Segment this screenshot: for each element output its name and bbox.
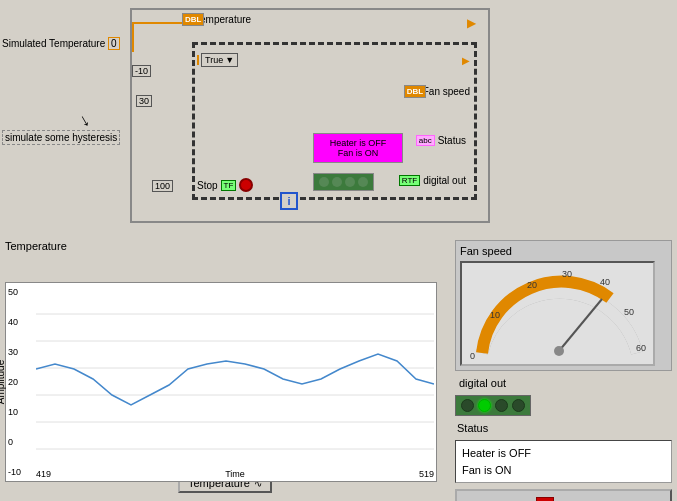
status-line2: Fan is ON xyxy=(462,462,665,479)
chart-panel: Temperature Temperature ∿ Amplitude 50 4… xyxy=(0,235,450,501)
x-axis: 419 Time 519 xyxy=(36,469,434,479)
dbl-fan-block: DBL xyxy=(404,85,426,98)
heater-text: Heater is OFFFan is ON xyxy=(330,138,387,158)
y-20: 20 xyxy=(8,377,34,387)
bd-inner-box: DBL Temperature ▶ True ▼ ▶ 50 DBL Fan sp… xyxy=(130,8,490,223)
y-neg10: -10 xyxy=(8,467,34,477)
loop-box: True ▼ ▶ 50 DBL Fan speed Heater is OFFF… xyxy=(192,42,477,200)
value-neg10: -10 xyxy=(132,65,151,77)
gauge: 0 10 20 30 40 50 60 xyxy=(460,261,655,366)
digital-out-leds xyxy=(455,395,531,416)
gauge-svg: 0 10 20 30 40 50 60 xyxy=(462,263,655,366)
x-min: 419 xyxy=(36,469,51,479)
stop-button[interactable]: Stop xyxy=(455,489,672,501)
info-block: i xyxy=(280,192,298,210)
loop-arrow: ▶ xyxy=(462,55,470,66)
svg-text:40: 40 xyxy=(600,277,610,287)
dropdown-arrow: ▼ xyxy=(225,55,234,65)
stop-label-bd: Stop xyxy=(197,180,218,191)
y-axis: 50 40 30 20 10 0 -10 xyxy=(6,283,36,481)
status-title: Status xyxy=(457,422,672,434)
chart-container: Amplitude 50 40 30 20 10 0 -10 xyxy=(5,282,437,482)
svg-text:30: 30 xyxy=(562,269,572,279)
bd-led-2 xyxy=(345,177,355,187)
digital-out-row: RTF digital out xyxy=(399,175,466,186)
led-3 xyxy=(512,399,525,412)
bottom-area: Temperature Temperature ∿ Amplitude 50 4… xyxy=(0,235,677,501)
led-2 xyxy=(495,399,508,412)
y-40: 40 xyxy=(8,317,34,327)
hysteresis-arrow: ↓ xyxy=(75,109,93,132)
rtf-block: RTF xyxy=(399,175,420,186)
status-section: Status Heater is OFF Fan is ON xyxy=(455,422,672,483)
svg-text:10: 10 xyxy=(490,310,500,320)
status-line1: Heater is OFF xyxy=(462,445,665,462)
right-panel: Fan speed 0 10 20 30 xyxy=(450,235,677,501)
chart-title: Temperature xyxy=(5,240,445,252)
wire-top xyxy=(132,22,182,24)
tf-block: TF xyxy=(221,180,237,191)
true-value: True xyxy=(205,55,223,65)
digital-out-label: digital out xyxy=(423,175,466,186)
fan-speed-label: Fan speed xyxy=(423,86,470,97)
value-100: 100 xyxy=(152,180,173,192)
svg-text:20: 20 xyxy=(527,280,537,290)
value-30: 30 xyxy=(136,95,152,107)
fan-speed-title: Fan speed xyxy=(460,245,667,257)
block-diagram: Simulated Temperature 0 simulate some hy… xyxy=(0,0,677,235)
heater-box: Heater is OFFFan is ON xyxy=(313,133,403,163)
y-10: 10 xyxy=(8,407,34,417)
hysteresis-label: simulate some hysteresis xyxy=(2,130,120,145)
bd-led-1 xyxy=(332,177,342,187)
svg-point-14 xyxy=(554,346,564,356)
bd-led-3 xyxy=(358,177,368,187)
y-0: 0 xyxy=(8,437,34,447)
wire-left-vert xyxy=(132,22,134,52)
status-box: Heater is OFF Fan is ON xyxy=(455,440,672,483)
y-50: 50 xyxy=(8,287,34,297)
stop-circle xyxy=(239,178,253,192)
svg-line-13 xyxy=(559,299,602,351)
chart-y-label: Amplitude xyxy=(0,360,6,404)
x-max: 519 xyxy=(419,469,434,479)
svg-text:50: 50 xyxy=(624,307,634,317)
dbl-temperature: DBL Temperature xyxy=(182,14,251,25)
bd-led-row xyxy=(313,173,374,191)
arrow-right: ▶ xyxy=(467,16,476,30)
abc-block: abc xyxy=(416,135,435,146)
bd-led-0 xyxy=(319,177,329,187)
dbl-block: DBL xyxy=(182,13,204,26)
x-label: Time xyxy=(225,469,245,479)
fan-speed-row: 50 DBL Fan speed xyxy=(404,85,470,97)
true-dropdown[interactable]: True ▼ xyxy=(197,53,238,67)
digital-out-section: digital out xyxy=(455,377,672,416)
svg-text:0: 0 xyxy=(470,351,475,361)
led-0 xyxy=(461,399,474,412)
status-label: Status xyxy=(438,135,466,146)
stop-tf-row: Stop TF xyxy=(197,178,253,192)
status-row: abc Status xyxy=(416,135,466,146)
chart-svg xyxy=(36,287,434,479)
svg-text:60: 60 xyxy=(636,343,646,353)
fan-speed-section: Fan speed 0 10 20 30 xyxy=(455,240,672,371)
led-1 xyxy=(478,399,491,412)
digital-out-title: digital out xyxy=(459,377,672,389)
sim-temp-label: Simulated Temperature 0 xyxy=(2,38,120,49)
stop-icon xyxy=(536,497,554,501)
y-30: 30 xyxy=(8,347,34,357)
